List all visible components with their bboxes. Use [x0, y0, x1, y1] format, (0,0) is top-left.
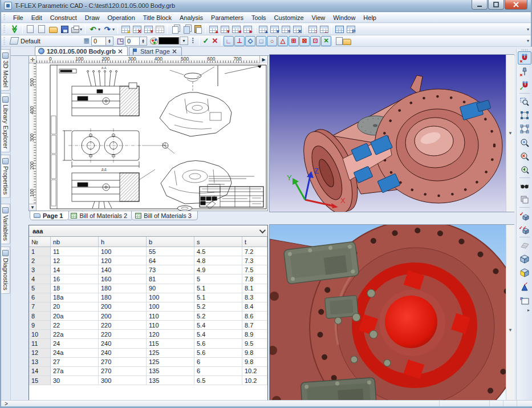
table-cell[interactable]: 220 [99, 321, 147, 329]
table-cell[interactable]: 140 [99, 265, 147, 274]
table-cell[interactable]: 20 [51, 302, 99, 311]
table-cell[interactable]: 8.7 [242, 321, 267, 329]
column-header-5[interactable]: s [194, 237, 242, 247]
table-cell[interactable]: 100 [147, 302, 194, 311]
table-cell[interactable]: 8.6 [242, 312, 267, 320]
table-cell[interactable]: 5.6 [194, 339, 242, 348]
table-cell[interactable]: 5 [194, 274, 242, 283]
shaded-view-button[interactable] [518, 266, 531, 279]
scroll-down-icon[interactable]: ▼ [506, 55, 514, 212]
sidebar-tab-properties[interactable]: Properties [1, 155, 10, 198]
table-cell[interactable]: 110 [147, 312, 194, 320]
level-input[interactable]: 0 [91, 37, 106, 46]
table-cell[interactable]: 200 [99, 302, 147, 311]
drawing-canvas[interactable]: A-A [36, 63, 267, 211]
paste-table-button[interactable]: P [345, 24, 356, 34]
menu-file[interactable]: File [9, 13, 27, 22]
library-config-icon[interactable] [343, 39, 351, 45]
row-number-cell[interactable]: 3 [29, 265, 51, 274]
table-cell[interactable]: 135 [147, 376, 194, 385]
ruler-right-arrow-icon[interactable]: ▶ [259, 56, 267, 63]
column-header-3[interactable]: h [99, 237, 147, 247]
table-cell[interactable]: 9.8 [242, 349, 267, 357]
table-properties-button[interactable] [154, 24, 165, 34]
move-row-down-button[interactable]: ▾ [269, 24, 280, 34]
toolbar-expander-icon[interactable]: ▸ [517, 308, 532, 313]
snap-intersection-toggle[interactable]: △ [278, 36, 288, 46]
apply-icon[interactable]: ✓ [201, 37, 210, 46]
tab-close-icon[interactable] [118, 49, 123, 54]
menu-analysis[interactable]: Analysis [176, 13, 207, 22]
table-cell[interactable]: 125 [147, 349, 194, 357]
table-cell[interactable]: 90 [147, 284, 194, 293]
column-header-6[interactable]: t [242, 237, 267, 247]
table-cell[interactable]: 100 [147, 293, 194, 302]
check-model-button[interactable]: ✓ [518, 209, 531, 222]
snap-midpoint-toggle[interactable]: ◇ [245, 36, 255, 46]
table-selector-combo[interactable]: aaa [29, 225, 267, 237]
table-cell[interactable]: 5.1 [194, 284, 242, 293]
table-cell[interactable]: 11 [51, 247, 99, 256]
table-autoformat-button[interactable] [334, 24, 345, 34]
zoom-in-button[interactable] [518, 136, 531, 149]
table-cell[interactable]: 5.4 [194, 330, 242, 338]
row-number-cell[interactable]: 6 [29, 293, 51, 302]
viewport-vertical-scrollbar[interactable]: ▲ ▼ [506, 225, 514, 408]
sheet-tab-2[interactable]: Bill of Materials 2 [67, 211, 133, 220]
table-cell[interactable]: 22a [51, 330, 99, 338]
snap-quadrant-toggle[interactable]: ⊠ [299, 36, 310, 46]
table-cell[interactable]: 4.8 [194, 256, 242, 265]
table-cell[interactable]: 8.9 [242, 330, 267, 338]
menu-draw[interactable]: Draw [81, 13, 104, 22]
table-cell[interactable]: 270 [99, 358, 147, 366]
snap-tangent-toggle[interactable]: ⊡ [310, 36, 320, 46]
viewport-properties-button[interactable]: P [518, 293, 531, 306]
table-cell[interactable]: 5.1 [194, 293, 242, 302]
snap-accept-button[interactable]: ✓ [518, 79, 531, 92]
table-cell[interactable]: 180 [99, 284, 147, 293]
color-dropdown-button[interactable]: ▼ [180, 37, 188, 45]
paste-button[interactable] [192, 24, 204, 34]
table-cell[interactable]: 20a [51, 312, 99, 320]
ruler-down-arrow-icon[interactable]: ▼ [29, 204, 36, 211]
table-cell[interactable]: 81 [147, 274, 194, 283]
save-table-button[interactable]: ▾ [143, 24, 154, 34]
row-number-cell[interactable]: 5 [29, 284, 51, 293]
open-document-button[interactable] [47, 24, 59, 34]
snap-nearest-toggle[interactable]: ✕ [321, 36, 331, 46]
viewport-3d-rendered[interactable]: ▲ ▼ ◀ ▶ [269, 224, 514, 408]
table-cell[interactable]: 18a [51, 293, 99, 302]
row-number-cell[interactable]: 14 [29, 367, 51, 375]
ruler-origin-icon[interactable]: ✛ [29, 56, 36, 63]
table-cell[interactable]: 240 [99, 349, 147, 357]
split-cells-button[interactable]: ✕ [291, 24, 303, 34]
table-cell[interactable]: 120 [99, 256, 147, 265]
table-cell[interactable]: 27a [51, 367, 99, 375]
viewport-3d-shaded[interactable]: X Z Y ▲ ▼ [269, 54, 514, 212]
new-from-prototype-button[interactable] [36, 24, 47, 34]
table-cell[interactable]: 135 [147, 367, 194, 375]
sidebar-tab-variables[interactable]: Variables [1, 204, 10, 244]
table-cell[interactable]: 16 [51, 274, 99, 283]
table-cell[interactable]: 24 [51, 339, 99, 348]
scroll-down-icon[interactable]: ▼ [506, 225, 514, 408]
viewport-vertical-scrollbar[interactable]: ▲ ▼ [506, 55, 514, 212]
toolbar-overflow-icon[interactable]: ▾ [527, 38, 529, 43]
tab-close-icon[interactable] [172, 49, 177, 54]
table-cell[interactable]: 5.2 [194, 312, 242, 320]
new-document-button[interactable] [25, 24, 36, 34]
status-resize-grip[interactable] [517, 401, 532, 406]
insert-column-left-button[interactable]: ◂ [230, 24, 242, 34]
row-number-cell[interactable]: 8 [29, 312, 51, 320]
menu-construct[interactable]: Construct [46, 13, 81, 22]
construction-pin-button[interactable]: ✕ [518, 65, 531, 78]
snap-center-toggle[interactable]: ○ [267, 36, 277, 46]
drawing-pane[interactable]: ✛ 0100200300400500600700800 ▶ 5004003002… [29, 55, 268, 211]
table-cell[interactable]: 24a [51, 349, 99, 357]
sidebar-tab-3d-model[interactable]: 3D Model [1, 49, 10, 91]
column-width-button[interactable]: ↔ [318, 24, 330, 34]
merge-cells-button[interactable]: + [280, 24, 291, 34]
row-height-button[interactable]: ↕ [307, 24, 318, 34]
copy-button[interactable] [169, 24, 181, 34]
menu-edit[interactable]: Edit [27, 13, 46, 22]
